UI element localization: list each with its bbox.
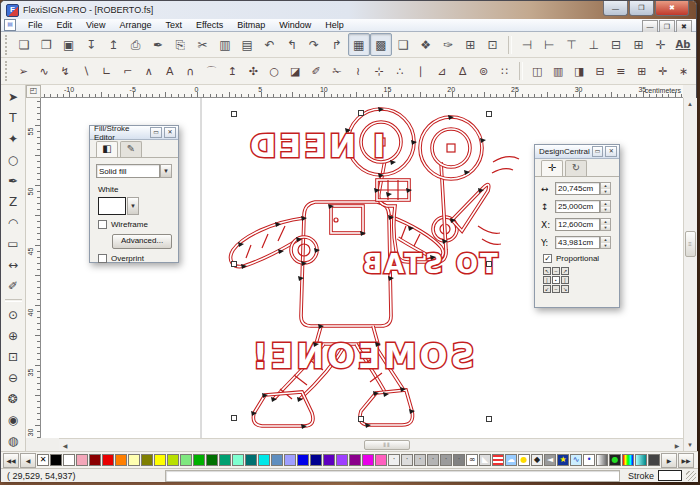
vertical-ruler[interactable]: 555045403530	[26, 98, 41, 438]
vertical-scroll-thumb[interactable]: ≡	[685, 231, 696, 257]
color-swatch[interactable]	[336, 454, 348, 466]
advanced-button[interactable]: Advanced...	[112, 234, 172, 249]
menu-effects[interactable]: Effects	[189, 20, 230, 30]
space-inner-icon[interactable]: ▥	[548, 60, 569, 82]
redo-icon[interactable]: ↷	[303, 33, 325, 56]
gradient-swatch[interactable]: ·	[401, 454, 413, 466]
target-point-icon[interactable]: ⊚	[473, 60, 494, 82]
shape-corner-icon[interactable]: ◪	[285, 60, 306, 82]
resize-grip[interactable]	[686, 471, 696, 481]
scroll-right-icon[interactable]: ▶	[671, 439, 683, 451]
zoom-color-1-icon[interactable]: ◉	[2, 409, 25, 430]
curve-tool-2-icon[interactable]: ↯	[55, 60, 76, 82]
direction-up-icon[interactable]: ↥	[222, 60, 243, 82]
width-field[interactable]: 20,745cm	[555, 182, 600, 195]
stroke-color-swatch[interactable]	[658, 470, 682, 481]
line-segment-icon[interactable]: ∖	[76, 60, 97, 82]
fill-type-dropdown-icon[interactable]: ▼	[160, 164, 172, 178]
undo-icon[interactable]: ↶	[258, 33, 280, 56]
menu-arrange[interactable]: Arrange	[112, 20, 158, 30]
design-central-toggle-icon[interactable]: ▦	[348, 33, 370, 56]
curve-tool-1-icon[interactable]: ∿	[34, 60, 55, 82]
gradient-swatch[interactable]: ·	[427, 454, 439, 466]
pattern-swatch-texture-dark[interactable]	[648, 454, 660, 466]
align-left-icon[interactable]: ⊣	[516, 33, 538, 56]
zigzag-tool-icon[interactable]: Z	[2, 192, 25, 213]
menu-text[interactable]: Text	[158, 20, 189, 30]
vertical-guide-icon[interactable]: ∣	[410, 60, 431, 82]
circle-path-icon[interactable]: ○	[264, 60, 285, 82]
corner-tool-icon[interactable]: ∟	[96, 60, 117, 82]
save-icon[interactable]: ▣	[58, 33, 80, 56]
color-swatch[interactable]	[50, 454, 62, 466]
gradient-swatch[interactable]: ·	[440, 454, 452, 466]
ruler-origin-button[interactable]: ◰	[26, 85, 41, 98]
selection-handle[interactable]	[232, 262, 237, 267]
selection-handle[interactable]	[232, 416, 237, 421]
export-icon[interactable]: ↥	[102, 33, 124, 56]
magic-wand-tool-icon[interactable]: ✦	[2, 129, 25, 150]
delta-tool-icon[interactable]: ∆	[452, 60, 473, 82]
undo-multiple-icon[interactable]: ↰	[281, 33, 303, 56]
minimize-button[interactable]: —	[603, 1, 628, 16]
pattern-swatch-gradient-cyan[interactable]	[635, 454, 647, 466]
center-both-icon[interactable]: ✛	[650, 33, 672, 56]
pattern-swatch-infinity[interactable]: ∞	[466, 454, 478, 466]
color-swatch[interactable]	[310, 454, 322, 466]
height-field[interactable]: 25,000cm	[555, 200, 600, 213]
center-cross-icon[interactable]: ✛	[652, 60, 673, 82]
horizontal-scroll-thumb[interactable]: ⦀⦀	[364, 440, 410, 450]
scroll-left-icon[interactable]: ◀	[59, 439, 71, 451]
gradient-swatch[interactable]: ·	[388, 454, 400, 466]
gradient-swatch[interactable]: ·	[453, 454, 465, 466]
join-tool-icon[interactable]: ≀	[348, 60, 369, 82]
wireframe-checkbox[interactable]	[98, 220, 107, 229]
new-icon[interactable]: ❏	[13, 33, 35, 56]
menu-bitmap[interactable]: Bitmap	[230, 20, 272, 30]
align-bottom-icon[interactable]: ⊥	[583, 33, 605, 56]
selection-handle[interactable]	[359, 111, 364, 116]
color-swatch[interactable]	[375, 454, 387, 466]
selection-handle[interactable]	[487, 262, 492, 267]
menu-file[interactable]: File	[21, 20, 50, 30]
pattern-swatch-triangle[interactable]: ◣	[479, 454, 491, 466]
path-node-marker[interactable]	[390, 160, 396, 165]
round-corner-icon[interactable]: ⌐	[117, 60, 138, 82]
toolbar-grab-handle[interactable]	[5, 35, 11, 55]
print-icon[interactable]: ⎙	[124, 33, 146, 56]
color-swatch[interactable]	[115, 454, 127, 466]
pattern-swatch-circle-yellow[interactable]: ●	[518, 454, 530, 466]
y-field-spinner[interactable]: ▲▼	[600, 236, 611, 249]
pattern-swatch-dot-blue[interactable]: •	[583, 454, 595, 466]
selection-handle[interactable]	[232, 112, 237, 117]
spell-check-icon[interactable]: Ab	[672, 33, 694, 56]
align-top-icon[interactable]: ⊤	[560, 33, 582, 56]
import-icon[interactable]: ↧	[80, 33, 102, 56]
palette-scroll-left-icon[interactable]: ◀	[20, 453, 36, 468]
trim-tool-icon[interactable]: ✁	[327, 60, 348, 82]
palette-scroll-right-icon[interactable]: ▶	[661, 453, 677, 468]
palette-scroll-right-icon[interactable]: ▶▶	[678, 453, 694, 468]
anchor-point-grid[interactable]: ↖–↗|▪|↙–↘	[543, 267, 619, 293]
select-point-icon[interactable]: ➢	[13, 60, 34, 82]
sharp-angle-icon[interactable]: ∧	[138, 60, 159, 82]
close-icon[interactable]: ✕	[164, 127, 176, 138]
color-swatch[interactable]	[167, 454, 179, 466]
dock-icon[interactable]: ▭	[592, 146, 604, 157]
color-swatch[interactable]	[349, 454, 361, 466]
letter-tool-icon[interactable]: A	[159, 60, 180, 82]
rip-and-print-icon[interactable]: ⎘	[169, 33, 191, 56]
zoom-to-page-icon[interactable]: ⊡	[2, 346, 25, 367]
color-swatch[interactable]	[63, 454, 75, 466]
menu-view[interactable]: View	[79, 20, 112, 30]
color-swatch[interactable]	[206, 454, 218, 466]
space-horizontal-icon[interactable]: ◫	[527, 60, 548, 82]
swatch-table-icon[interactable]: ⊞	[459, 33, 481, 56]
nudge-tool-icon[interactable]: ∗	[673, 60, 694, 82]
rectangle-tool-icon[interactable]: ▭	[2, 234, 25, 255]
bezier-tool-icon[interactable]: ✒	[2, 171, 25, 192]
color-swatch[interactable]	[323, 454, 335, 466]
color-swatch[interactable]	[271, 454, 283, 466]
color-swatch[interactable]	[297, 454, 309, 466]
zoom-to-selection-icon[interactable]: ❂	[2, 388, 25, 409]
